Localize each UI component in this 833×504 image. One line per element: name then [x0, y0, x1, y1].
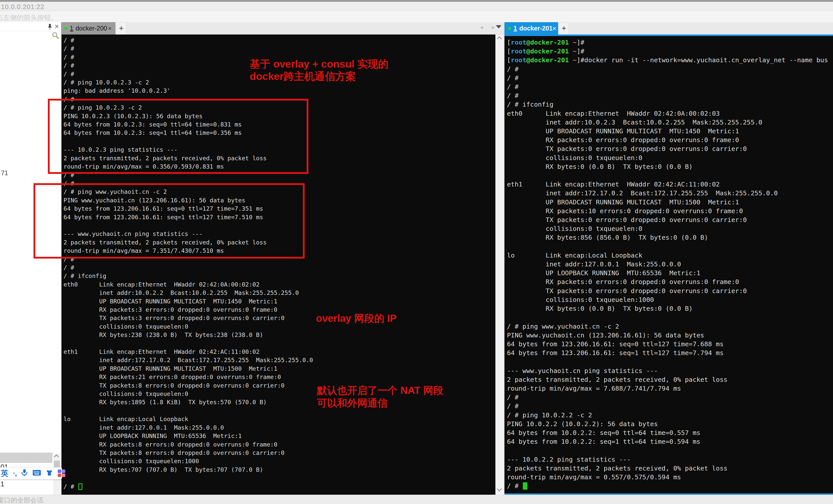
tab-index: 1 — [70, 25, 73, 32]
terminal-line: 64 bytes from 10.0.2.3: seq=1 ttl=64 tim… — [64, 129, 495, 137]
terminal-line: --- www.yuchaoit.cn ping statistics --- — [507, 366, 833, 375]
terminal-line: collisions:0 txqueuelen:0 — [64, 322, 495, 331]
terminal-line: UP LOOPBACK RUNNING MTU:65536 Metric:1 — [64, 432, 495, 440]
terminal-line: round-trip min/avg/max = 0.356/0.593/0.8… — [64, 163, 495, 171]
annotation-nat-line2: 可以和外网通信 — [317, 397, 443, 409]
terminal-line: / # — [507, 82, 833, 91]
tab-docker-200[interactable]: 1 docker-200 × — [61, 22, 115, 34]
tab-list-dropdown-icon[interactable] — [496, 25, 501, 28]
search-icon[interactable] — [52, 32, 60, 40]
terminal-line: RX bytes:238 (238.0 B) TX bytes:238 (238… — [64, 331, 495, 339]
window-title-bar: 10.0.0.201:22 — [0, 0, 833, 11]
terminal-line: [root@docker-201 ~]# — [507, 47, 833, 56]
session-address: 10.0.0.201:22 — [1, 3, 44, 11]
terminal-line: UP LOOPBACK RUNNING MTU:65536 Metric:1 — [507, 269, 833, 278]
terminal-line: [root@docker-201 ~]# — [507, 38, 833, 47]
terminal-line: eth1 Link encap:Ethernet HWaddr 02:42:AC… — [507, 180, 833, 189]
terminal-line: / # — [64, 483, 495, 491]
sidebar-header: × — [0, 22, 61, 31]
terminal-line: 64 bytes from 123.206.16.61: seq=1 ttl=1… — [507, 349, 833, 357]
session-list-selected-row[interactable] — [0, 453, 52, 463]
terminal-line: / # — [507, 393, 833, 402]
ime-language-icon[interactable]: 英 — [1, 468, 8, 479]
terminal-line: TX packets:3 errors:0 dropped:0 overruns… — [64, 314, 495, 322]
pin-panel-icon[interactable] — [47, 24, 52, 31]
terminal-line: --- 10.0.2.2 ping statistics --- — [507, 455, 833, 464]
terminal-line: 2 packets transmitted, 2 packets receive… — [507, 375, 833, 384]
terminal-line: 64 bytes from 123.206.16.61: seq=1 ttl=1… — [64, 213, 495, 221]
terminal-line: / # ping www.yuchaoit.cn -c 2 — [507, 322, 833, 331]
terminal-line: / # — [507, 91, 833, 100]
tab-index: 1 — [514, 25, 517, 32]
terminal-docker-201[interactable]: [root@docker-201 ~]#[root@docker-201 ~]#… — [504, 34, 833, 495]
ime-toolbar: 英 ·, — [0, 467, 62, 479]
terminal-line: inet addr:10.0.2.2 Bcast:10.0.2.255 Mask… — [64, 289, 495, 297]
annotation-overlay-ip: overlay 网段的 IP — [316, 311, 397, 325]
terminal-line: TX packets:0 errors:0 dropped:0 overruns… — [507, 215, 833, 224]
session-list-item[interactable]: 1 — [0, 480, 4, 488]
terminal-line: 2 packets transmitted, 2 packets receive… — [507, 464, 833, 473]
scroll-up-icon[interactable] — [54, 454, 59, 459]
new-tab-button-right[interactable]: + — [559, 22, 569, 34]
session-item-fragment[interactable]: 71 — [1, 169, 8, 177]
connected-dot-icon — [64, 27, 67, 30]
terminal-line: RX bytes:707 (707.0 B) TX bytes:707 (707… — [64, 466, 495, 474]
scroll-down-icon[interactable] — [497, 486, 502, 491]
terminal-line: PING 10.0.2.3 (10.0.2.3): 56 data bytes — [64, 112, 495, 120]
terminal-line: RX bytes:856 (856.0 B) TX bytes:0 (0.0 B… — [507, 233, 833, 242]
terminal-line: collisions:0 txqueuelen:1000 — [507, 295, 833, 304]
annotation-title-line1: 基于 overlay + consul 实现的 — [250, 58, 388, 70]
terminal-line: ping: bad address '10.0.0.2.3' — [64, 87, 495, 95]
terminal-line: inet addr:127.0.0.1 Mask:255.0.0.0 — [64, 424, 495, 432]
terminal-line: 64 bytes from 123.206.16.61: seq=0 ttl=1… — [64, 205, 495, 213]
terminal-line: PING www.yuchaoit.cn (123.206.16.61): 56… — [64, 196, 495, 205]
terminal-line: 64 bytes from 10.0.2.2: seq=1 ttl=64 tim… — [507, 437, 833, 446]
terminal-line: RX bytes:0 (0.0 B) TX bytes:0 (0.0 B) — [507, 162, 833, 171]
terminal-line — [64, 137, 495, 146]
terminal-line: [root@docker-201 ~]#docker run -it --net… — [507, 56, 833, 65]
terminal-line: collisions:0 txqueuelen:0 — [507, 224, 833, 233]
terminal-line: / # — [507, 482, 833, 490]
ime-keyboard-icon[interactable] — [32, 470, 41, 477]
close-tab-icon[interactable]: × — [552, 25, 556, 31]
terminal-line: lo Link encap:Local Loopback — [64, 415, 495, 423]
terminal-line: 2 packets transmitted, 2 packets receive… — [64, 238, 495, 247]
new-tab-button-left[interactable]: + — [116, 22, 127, 34]
terminal-line: collisions:0 txqueuelen:0 — [507, 153, 833, 162]
terminal-line: / # ifconfig — [64, 272, 495, 280]
close-tab-icon[interactable]: × — [108, 25, 112, 31]
ime-microphone-icon[interactable] — [21, 469, 28, 478]
terminal-line: inet addr:172.17.0.2 Bcast:172.17.255.25… — [507, 189, 833, 197]
terminal-line: / # — [64, 171, 495, 179]
terminal-line: UP BROADCAST RUNNING MULTICAST MTU:1450 … — [64, 297, 495, 306]
tab-docker-201[interactable]: 1 docker-201 × — [504, 22, 558, 34]
terminal-line: / # — [64, 179, 495, 188]
terminal-line: eth1 Link encap:Ethernet HWaddr 02:42:AC… — [64, 348, 495, 356]
terminal-line: --- www.yuchaoit.cn ping statistics --- — [64, 230, 495, 238]
terminal-line: 64 bytes from 123.206.16.61: seq=0 ttl=1… — [507, 340, 833, 349]
ime-toolbox-icon[interactable] — [58, 470, 65, 477]
terminal-line: / # — [64, 95, 495, 103]
close-panel-icon[interactable]: × — [55, 22, 59, 30]
terminal-line: RX packets:3 errors:0 dropped:0 overruns… — [64, 306, 495, 314]
terminal-cursor — [523, 482, 527, 490]
session-sidebar: × 71 01 1 英 ·, — [0, 22, 61, 495]
terminal-line — [64, 474, 495, 482]
tab-scroll-arrows-icon[interactable]: ◂ ▸ — [480, 24, 498, 31]
terminal-line: RX bytes:0 (0.0 B) TX bytes:0 (0.0 B) — [507, 304, 833, 313]
terminal-line: / # ping 10.0.2.3 -c 2 — [64, 103, 495, 112]
status-text: 窗口的全部会话 — [0, 496, 43, 504]
terminal-line — [507, 313, 833, 322]
terminal-docker-200[interactable]: / #/ #/ #/ #/ #/ # ping 10.0.0.2.3 -c 2p… — [62, 34, 495, 495]
ime-punctuation-icon[interactable]: ·, — [13, 469, 16, 478]
terminal-line: TX packets:8 errors:0 dropped:0 overruns… — [64, 449, 495, 457]
terminal-line: / # — [64, 36, 495, 45]
left-terminal-scrollbar[interactable] — [495, 34, 503, 495]
terminal-line: round-trip min/avg/max = 7.351/7.430/7.5… — [64, 247, 495, 255]
ime-skin-icon[interactable] — [46, 470, 53, 477]
terminal-line: / # — [507, 65, 833, 74]
terminal-line: PING 10.0.2.2 (10.0.2.2): 56 data bytes — [507, 419, 833, 428]
hint-bar: 击左侧的箭头按钮。 — [0, 11, 833, 22]
scroll-up-icon[interactable] — [497, 36, 502, 41]
terminal-line: inet addr:172.17.0.2 Bcast:172.17.255.25… — [64, 356, 495, 364]
